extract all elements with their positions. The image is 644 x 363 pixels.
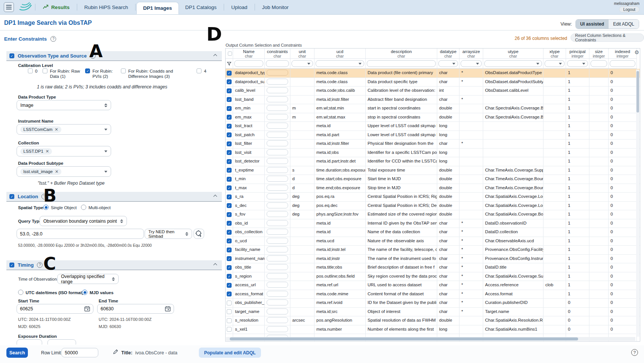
row-checkbox[interactable]: ✓ (227, 141, 232, 146)
row-checkbox[interactable] (227, 309, 232, 314)
row-checkbox[interactable]: ✓ (227, 150, 232, 155)
table-settings-gear-icon[interactable]: ⚙ (634, 49, 639, 55)
resolver-select[interactable]: Try NED then Simbad (145, 229, 192, 239)
filter-funnel-icon[interactable] (227, 61, 232, 66)
constraint-input[interactable] (267, 87, 288, 93)
section-observation-type-header[interactable]: ✓ Observation Type and Source ? (6, 51, 222, 61)
column-header-indexed[interactable]: indexedinteger (609, 49, 637, 59)
constraint-input[interactable] (267, 211, 288, 217)
multi-object-radio[interactable] (81, 205, 86, 210)
row-checkbox[interactable]: ✓ (227, 159, 232, 164)
view-ui-assisted-button[interactable]: UI assisted (576, 20, 609, 29)
section-location-checkbox[interactable]: ✓ (9, 194, 14, 199)
row-limit-input[interactable] (61, 348, 98, 357)
constraint-input[interactable] (267, 185, 288, 191)
filter-select-unit[interactable] (291, 60, 313, 67)
horizontal-scrollbar[interactable] (226, 337, 635, 341)
chip-remove-icon[interactable]: ✕ (55, 169, 58, 174)
view-edit-adql-button[interactable]: Edit ADQL (609, 20, 639, 29)
column-header-datatype[interactable]: datatypechar (437, 49, 459, 59)
tab-job-monitor[interactable]: Job Monitor (256, 0, 295, 14)
mjd-values-radio[interactable] (82, 290, 87, 295)
calibration-checkbox[interactable] (43, 68, 47, 73)
row-checkbox[interactable]: ✓ (227, 248, 232, 252)
timing-help-icon[interactable]: ? (37, 262, 43, 268)
column-header-xtype[interactable]: xtypechar (543, 49, 566, 59)
constraint-input[interactable] (267, 229, 288, 235)
constraint-input[interactable] (267, 105, 288, 111)
row-checkbox[interactable]: ✓ (227, 88, 232, 93)
select-all-checkbox[interactable] (227, 52, 232, 56)
constraint-input[interactable] (267, 158, 288, 164)
column-header-constraints[interactable]: constraintschar (265, 49, 290, 59)
row-checkbox[interactable]: ✓ (227, 124, 232, 129)
tab-results[interactable]: Results (36, 0, 76, 14)
calibration-checkbox[interactable] (121, 68, 126, 73)
constraint-input[interactable] (267, 132, 288, 138)
exposure-min-input[interactable] (17, 339, 42, 345)
row-checkbox[interactable]: ✓ (227, 230, 232, 235)
filter-select-datatype[interactable] (438, 60, 458, 67)
constraint-input[interactable] (267, 140, 288, 146)
horizontal-scrollbar-thumb[interactable] (230, 337, 578, 340)
data-product-type-select[interactable]: Image (17, 100, 111, 110)
row-checkbox[interactable]: ✓ (227, 274, 232, 279)
constraint-input[interactable] (267, 238, 288, 244)
tab-dp1-catalogs[interactable]: DP1 Catalogs (179, 0, 223, 14)
row-checkbox[interactable]: ✓ (227, 71, 232, 76)
constraint-input[interactable] (267, 317, 288, 323)
filter-input-indexed[interactable] (610, 60, 635, 67)
query-type-select[interactable]: Observation boundary contains point (40, 216, 127, 226)
row-checkbox[interactable]: ✓ (227, 212, 232, 217)
filter-input-size[interactable] (591, 60, 607, 67)
row-checkbox[interactable]: ✓ (227, 79, 232, 84)
row-checkbox[interactable]: ✓ (227, 283, 232, 288)
start-calendar-icon[interactable] (84, 306, 90, 313)
constraint-input[interactable] (267, 114, 288, 120)
utc-format-radio[interactable] (18, 290, 23, 295)
end-time-input[interactable] (97, 304, 174, 314)
end-calendar-icon[interactable] (165, 306, 171, 313)
constraint-input[interactable] (267, 167, 288, 173)
constraint-input[interactable] (267, 79, 288, 85)
row-checkbox[interactable]: ✓ (227, 292, 232, 296)
row-checkbox[interactable]: ✓ (227, 115, 232, 120)
chip-remove-icon[interactable]: ✕ (46, 149, 49, 154)
constraint-input[interactable] (267, 291, 288, 297)
exposure-max-input[interactable] (47, 339, 76, 345)
column-header-arraysize[interactable]: arraysizechar (459, 49, 483, 59)
calibration-checkbox[interactable] (28, 68, 33, 73)
column-header-utype[interactable]: utypechar (483, 49, 543, 59)
collapse-chevron-icon[interactable] (214, 263, 217, 267)
row-checkbox[interactable]: ✓ (227, 238, 232, 243)
data-product-subtype-multiselect[interactable]: lsst.visit_image ✕ (17, 166, 111, 177)
column-header-description[interactable]: descriptionchar (366, 49, 437, 59)
section-observation-type-checkbox[interactable]: ✓ (9, 53, 14, 58)
filter-input-constraints[interactable] (266, 60, 289, 67)
row-checkbox[interactable]: ✓ (227, 256, 232, 261)
constraint-input[interactable] (267, 193, 288, 199)
row-checkbox[interactable]: ✓ (227, 168, 232, 173)
row-checkbox[interactable] (227, 318, 232, 323)
tab-rubin-hips-search[interactable]: Rubin HiPS Search (78, 0, 134, 14)
row-checkbox[interactable]: ✓ (227, 221, 232, 226)
filter-select-xtype[interactable] (545, 60, 565, 67)
column-header-principal[interactable]: principalinteger (566, 49, 589, 59)
constraint-input[interactable] (267, 149, 288, 155)
chip-remove-icon[interactable]: ✕ (55, 127, 58, 132)
vertical-scrollbar-thumb[interactable] (636, 71, 639, 112)
row-checkbox[interactable] (227, 327, 232, 332)
row-checkbox[interactable]: ✓ (227, 177, 232, 182)
constraint-input[interactable] (267, 220, 288, 226)
column-header-ucd[interactable]: ucdchar (314, 49, 366, 59)
reset-columns-button[interactable]: Reset Column Selections & Constraints (571, 33, 644, 42)
row-checkbox[interactable]: ✓ (227, 265, 232, 270)
section-timing-header[interactable]: ✓ Timing ? (6, 260, 222, 270)
tab-upload[interactable]: Upload (225, 0, 254, 14)
constraint-input[interactable] (267, 308, 288, 314)
constraint-input[interactable] (267, 70, 288, 76)
constraint-input[interactable] (267, 246, 288, 252)
filter-select-principal[interactable] (567, 60, 588, 67)
row-checkbox[interactable]: ✓ (227, 203, 232, 208)
vertical-scrollbar[interactable] (636, 70, 639, 337)
